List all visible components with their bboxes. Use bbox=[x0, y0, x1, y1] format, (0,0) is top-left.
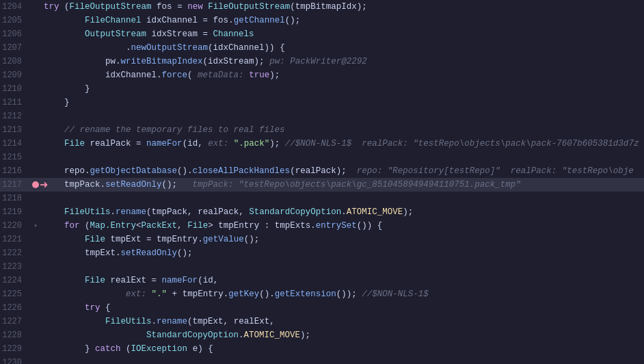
code-line: 1220▾ for (Map.Entry<PackExt, File> tmpE… bbox=[0, 219, 644, 233]
fold-gutter bbox=[30, 151, 41, 164]
fold-gutter bbox=[30, 205, 41, 219]
code-line: 1228 StandardCopyOption.ATOMIC_MOVE); bbox=[0, 328, 644, 342]
code-line: 1223 bbox=[0, 260, 644, 274]
fold-gutter bbox=[30, 315, 41, 328]
fold-gutter bbox=[30, 287, 41, 301]
line-code: try { bbox=[41, 301, 644, 315]
fold-gutter bbox=[30, 342, 41, 356]
line-number: 1206 bbox=[0, 29, 30, 39]
fold-gutter bbox=[30, 164, 41, 178]
line-number: 1227 bbox=[0, 317, 30, 326]
fold-gutter bbox=[30, 96, 41, 109]
line-number: 1210 bbox=[0, 84, 30, 94]
code-line: 1225 ext: "." + tmpEntry.getKey().getExt… bbox=[0, 287, 644, 301]
line-number: 1229 bbox=[0, 344, 30, 354]
line-number: 1211 bbox=[0, 98, 30, 107]
line-code: idxChannel.force( metaData: true); bbox=[41, 68, 644, 82]
fold-gutter bbox=[30, 301, 41, 315]
code-line: 1206 OutputStream idxStream = Channels bbox=[0, 27, 644, 41]
code-line: 1221 File tmpExt = tmpEntry.getValue(); bbox=[0, 233, 644, 246]
line-code: File realPack = nameFor(id, ext: ".pack"… bbox=[41, 137, 644, 151]
line-number: 1216 bbox=[0, 166, 30, 176]
line-number: 1228 bbox=[0, 330, 30, 340]
fold-icon[interactable]: ▾ bbox=[33, 222, 38, 230]
code-line: 1229 } catch (IOException e) { bbox=[0, 342, 644, 356]
line-number: 1226 bbox=[0, 303, 30, 313]
line-number: 1224 bbox=[0, 276, 30, 285]
fold-gutter bbox=[30, 328, 41, 342]
code-line: 1212 bbox=[0, 109, 644, 123]
code-line: 1227 FileUtils.rename(tmpExt, realExt, bbox=[0, 315, 644, 328]
fold-gutter bbox=[30, 27, 41, 41]
code-line: 1209 idxChannel.force( metaData: true); bbox=[0, 68, 644, 82]
code-line: 1207 .newOutputStream(idxChannel)) { bbox=[0, 41, 644, 55]
line-number: 1212 bbox=[0, 112, 30, 121]
code-line: 1211 } bbox=[0, 96, 644, 109]
code-line: 1210 } bbox=[0, 82, 644, 96]
fold-gutter bbox=[30, 14, 41, 27]
code-line: 1208 pw.writeBitmapIndex(idxStream); pw:… bbox=[0, 55, 644, 68]
line-code: } catch (IOException e) { bbox=[41, 342, 644, 356]
line-number: 1207 bbox=[0, 43, 30, 53]
code-line: 1204try (FileOutputStream fos = new File… bbox=[0, 0, 644, 14]
code-line: 1230 bbox=[0, 356, 644, 364]
fold-gutter bbox=[30, 55, 41, 68]
fold-gutter bbox=[30, 246, 41, 260]
code-line: 1226 try { bbox=[0, 301, 644, 315]
code-line: 1214 File realPack = nameFor(id, ext: ".… bbox=[0, 137, 644, 151]
line-code: .newOutputStream(idxChannel)) { bbox=[41, 41, 644, 55]
line-number: 1221 bbox=[0, 235, 30, 244]
line-code: } bbox=[41, 82, 644, 96]
fold-gutter bbox=[30, 0, 41, 14]
code-line: 1219 FileUtils.rename(tmpPack, realPack,… bbox=[0, 205, 644, 219]
code-line: 1217 tmpPack.setReadOnly(); tmpPack: "te… bbox=[0, 178, 644, 192]
line-code: File tmpExt = tmpEntry.getValue(); bbox=[41, 233, 644, 246]
line-code: File realExt = nameFor(id, bbox=[41, 274, 644, 287]
line-number: 1209 bbox=[0, 70, 30, 80]
line-number: 1208 bbox=[0, 57, 30, 66]
line-number: 1230 bbox=[0, 358, 30, 364]
line-number: 1215 bbox=[0, 153, 30, 162]
code-line: 1213 // rename the temporary files to re… bbox=[0, 123, 644, 137]
line-code: } bbox=[41, 96, 644, 109]
breakpoint-dot[interactable] bbox=[32, 181, 39, 188]
line-number: 1222 bbox=[0, 248, 30, 258]
fold-gutter bbox=[30, 109, 41, 123]
code-line: 1218 bbox=[0, 192, 644, 205]
fold-gutter bbox=[30, 68, 41, 82]
code-line: 1205 FileChannel idxChannel = fos.getCha… bbox=[0, 14, 644, 27]
line-number: 1219 bbox=[0, 207, 30, 217]
code-line: 1216 repo.getObjectDatabase().closeAllPa… bbox=[0, 164, 644, 178]
line-number: 1220 bbox=[0, 221, 30, 231]
line-code: OutputStream idxStream = Channels bbox=[41, 27, 644, 41]
fold-gutter: ▾ bbox=[30, 219, 41, 233]
fold-gutter bbox=[30, 356, 41, 364]
fold-gutter bbox=[30, 274, 41, 287]
line-code: tmpPack.setReadOnly(); tmpPack: "testRep… bbox=[41, 178, 644, 192]
line-code: try (FileOutputStream fos = new FileOutp… bbox=[41, 0, 644, 14]
code-line: 1222 tmpExt.setReadOnly(); bbox=[0, 246, 644, 260]
fold-gutter bbox=[30, 123, 41, 137]
fold-gutter bbox=[30, 233, 41, 246]
line-number: 1218 bbox=[0, 194, 30, 203]
line-number: 1205 bbox=[0, 16, 30, 25]
line-code: FileUtils.rename(tmpExt, realExt, bbox=[41, 315, 644, 328]
line-code: pw.writeBitmapIndex(idxStream); pw: Pack… bbox=[41, 55, 644, 68]
fold-gutter bbox=[30, 41, 41, 55]
line-code: repo.getObjectDatabase().closeAllPackHan… bbox=[41, 164, 644, 178]
fold-gutter bbox=[30, 82, 41, 96]
fold-gutter bbox=[30, 260, 41, 274]
line-code: FileChannel idxChannel = fos.getChannel(… bbox=[41, 14, 644, 27]
line-code: tmpExt.setReadOnly(); bbox=[41, 246, 644, 260]
line-number: 1225 bbox=[0, 289, 30, 299]
code-line: 1224 File realExt = nameFor(id, bbox=[0, 274, 644, 287]
line-number: 1223 bbox=[0, 262, 30, 272]
line-code: ext: "." + tmpEntry.getKey().getExtensio… bbox=[41, 287, 644, 301]
debug-arrow-indicator: ➜ bbox=[40, 177, 48, 194]
line-code: FileUtils.rename(tmpPack, realPack, Stan… bbox=[41, 205, 644, 219]
fold-gutter bbox=[30, 192, 41, 205]
code-editor: 1204try (FileOutputStream fos = new File… bbox=[0, 0, 644, 364]
line-code: for (Map.Entry<PackExt, File> tmpEntry :… bbox=[41, 219, 644, 233]
line-number: 1204 bbox=[0, 2, 30, 12]
line-number: 1217 bbox=[0, 180, 30, 190]
